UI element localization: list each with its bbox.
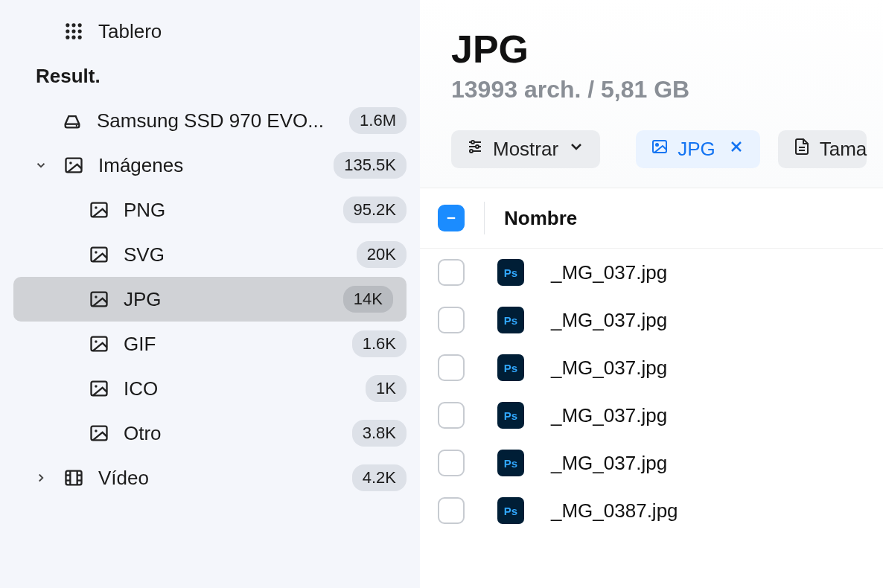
grid-icon <box>63 20 85 42</box>
table-row[interactable]: Ps_MG_037.jpg <box>420 439 883 487</box>
row-checkbox[interactable] <box>438 450 465 476</box>
sidebar-item-label: Vídeo <box>98 467 339 490</box>
image-icon <box>63 154 85 176</box>
sidebar-item-label: Imágenes <box>98 154 320 177</box>
image-icon <box>88 333 110 355</box>
sidebar-item-ico[interactable]: ICO1K <box>0 366 420 411</box>
sidebar-item-otro[interactable]: Otro3.8K <box>0 411 420 456</box>
chevron-down-icon[interactable] <box>33 159 49 172</box>
image-icon <box>88 422 110 444</box>
column-header-name[interactable]: Nombre <box>504 207 577 230</box>
header-divider <box>484 202 485 234</box>
count-badge: 14K <box>343 286 393 313</box>
count-badge: 1.6M <box>349 107 407 134</box>
sidebar-item-label: PNG <box>124 199 330 222</box>
table-row[interactable]: Ps_MG_037.jpg <box>420 296 883 344</box>
row-checkbox[interactable] <box>438 497 465 524</box>
row-checkbox[interactable] <box>438 307 465 333</box>
sidebar-item-png[interactable]: PNG95.2K <box>0 188 420 232</box>
sidebar-item-imagenes[interactable]: Imágenes135.5K <box>0 143 420 188</box>
file-icon <box>793 138 811 161</box>
main-header: JPG 13993 arch. / 5,81 GB Mostrar JPG <box>420 0 883 188</box>
table-row[interactable]: Ps_MG_037.jpg <box>420 344 883 392</box>
sidebar-item-label: ICO <box>124 377 352 400</box>
sidebar-item-label: Tablero <box>98 20 407 43</box>
count-badge: 95.2K <box>343 196 407 223</box>
show-dropdown[interactable]: Mostrar <box>451 130 600 168</box>
image-icon <box>88 377 110 400</box>
table-row[interactable]: Ps_MG_0387.jpg <box>420 487 883 534</box>
filter-chip-jpg[interactable]: JPG <box>636 130 760 168</box>
svg-point-7 <box>656 144 658 146</box>
table-header: Nombre <box>420 188 883 249</box>
sidebar-heading: Result. <box>0 54 420 98</box>
file-list: Ps_MG_037.jpgPs_MG_037.jpgPs_MG_037.jpgP… <box>420 249 883 588</box>
photoshop-icon: Ps <box>497 450 524 476</box>
photoshop-icon: Ps <box>497 402 524 429</box>
close-icon[interactable] <box>727 138 745 161</box>
main-panel: JPG 13993 arch. / 5,81 GB Mostrar JPG <box>420 0 883 588</box>
page-title: JPG <box>451 27 852 71</box>
row-checkbox[interactable] <box>438 354 465 381</box>
sidebar: TableroResult.Samsung SSD 970 EVO...1.6M… <box>0 0 420 588</box>
photoshop-icon: Ps <box>497 307 524 333</box>
photoshop-icon: Ps <box>497 259 524 286</box>
show-label: Mostrar <box>493 138 558 161</box>
sidebar-item-jpg[interactable]: JPG14K <box>13 277 407 322</box>
table-row[interactable]: Ps_MG_037.jpg <box>420 249 883 296</box>
sliders-icon <box>466 138 484 161</box>
row-checkbox[interactable] <box>438 402 465 429</box>
file-name: _MG_037.jpg <box>551 357 667 380</box>
count-badge: 4.2K <box>352 464 407 491</box>
sidebar-item-label: SVG <box>124 243 343 266</box>
page-subtitle: 13993 arch. / 5,81 GB <box>451 76 852 103</box>
photoshop-icon: Ps <box>497 497 524 524</box>
sidebar-item-video[interactable]: Vídeo4.2K <box>0 456 420 500</box>
drive-icon <box>61 109 83 132</box>
file-name: _MG_0387.jpg <box>551 499 678 523</box>
count-badge: 135.5K <box>334 152 407 179</box>
svg-point-3 <box>476 145 479 148</box>
image-icon <box>88 243 110 266</box>
sidebar-item-gif[interactable]: GIF1.6K <box>0 322 420 366</box>
sidebar-item-label: JPG <box>124 288 330 311</box>
sidebar-item-label: Samsung SSD 970 EVO... <box>97 109 336 132</box>
size-chip-label: Tama <box>820 138 867 161</box>
sidebar-item-label: Otro <box>124 422 339 445</box>
toolbar: Mostrar JPG Tama <box>451 130 852 168</box>
image-icon <box>88 288 110 310</box>
sidebar-item-label: GIF <box>124 333 339 356</box>
image-icon <box>651 138 669 161</box>
sidebar-item-tablero[interactable]: Tablero <box>0 9 420 54</box>
sidebar-item-ssd[interactable]: Samsung SSD 970 EVO...1.6M <box>0 98 420 143</box>
file-name: _MG_037.jpg <box>551 452 667 475</box>
select-all-checkbox[interactable] <box>438 205 465 231</box>
image-icon <box>88 199 110 221</box>
filter-chip-label: JPG <box>678 138 715 161</box>
count-badge: 1K <box>366 375 407 402</box>
count-badge: 20K <box>357 241 407 268</box>
count-badge: 1.6K <box>352 330 407 357</box>
table-row[interactable]: Ps_MG_037.jpg <box>420 392 883 439</box>
size-chip[interactable]: Tama <box>778 130 867 168</box>
row-checkbox[interactable] <box>438 259 465 286</box>
chevron-right-icon[interactable] <box>33 471 49 485</box>
svg-point-5 <box>470 150 473 153</box>
chevron-down-icon <box>567 138 585 161</box>
file-name: _MG_037.jpg <box>551 404 667 427</box>
sidebar-item-svg[interactable]: SVG20K <box>0 232 420 277</box>
file-name: _MG_037.jpg <box>551 261 667 284</box>
film-icon <box>63 467 85 489</box>
photoshop-icon: Ps <box>497 354 524 381</box>
count-badge: 3.8K <box>352 420 407 447</box>
svg-point-1 <box>471 141 474 144</box>
file-name: _MG_037.jpg <box>551 309 667 332</box>
